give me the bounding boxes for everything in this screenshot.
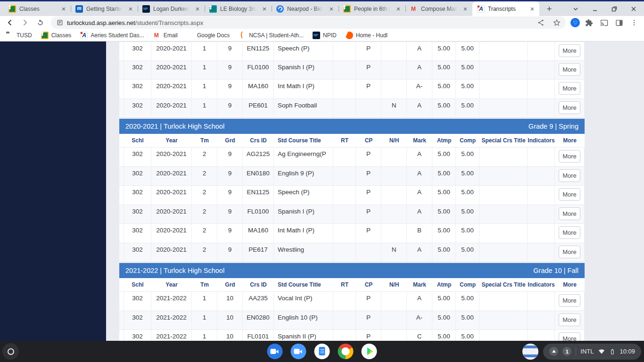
browser-tab[interactable]: Getting Started at (71, 1, 138, 16)
more-button[interactable]: More (559, 150, 580, 163)
status-area[interactable]: 1 INTL 10:09 (543, 344, 641, 360)
browser-tab[interactable]: Transcripts (472, 1, 539, 16)
browser-tab[interactable]: Logan Durkee (138, 1, 205, 16)
table-cell: A (407, 61, 432, 80)
tab-search-chevron-icon[interactable] (572, 5, 579, 13)
table-cell: 9 (217, 243, 243, 263)
browser-tab[interactable]: LE Biology 3rd 202 (205, 1, 272, 16)
cast-icon[interactable] (598, 17, 610, 28)
screenshot-thumbnail[interactable] (522, 344, 538, 360)
bookmark-item[interactable]: Google Docs (187, 32, 230, 39)
browser-tab[interactable]: Nearpod - Bio Spe (272, 1, 339, 16)
bookmark-star-icon[interactable] (551, 17, 563, 28)
more-button[interactable]: More (559, 44, 580, 57)
table-cell (528, 311, 555, 330)
bookmark-item[interactable]: Classes (41, 32, 72, 39)
tab-close-icon[interactable] (395, 5, 402, 13)
table-cell: 2 (192, 205, 217, 224)
address-bar[interactable]: turlockusd.asp.aeries.net/student/Transc… (51, 16, 566, 29)
more-button[interactable]: More (559, 169, 580, 182)
url-text[interactable]: turlockusd.asp.aeries.net/student/Transc… (67, 19, 203, 26)
table-cell: More (555, 61, 585, 80)
notification-count-badge[interactable]: 1 (562, 347, 571, 356)
tab-close-icon[interactable] (194, 5, 201, 13)
side-panel-icon[interactable] (613, 17, 625, 28)
share-icon[interactable] (535, 17, 547, 28)
table-cell (333, 330, 356, 341)
more-button[interactable]: More (559, 246, 580, 258)
table-cell: 9 (217, 148, 243, 167)
bookmark-item[interactable]: Home - Hudl (346, 32, 388, 39)
tray-expand-icon[interactable] (549, 347, 558, 356)
new-tab-button[interactable] (543, 3, 555, 15)
chrome-app-icon[interactable] (338, 344, 354, 359)
table-cell: AA235 (243, 292, 274, 311)
table-cell (528, 80, 555, 99)
transcript-row: 3022020-202119FL0100Spanish I (P)PA5.005… (119, 61, 585, 80)
aeries-icon (477, 5, 485, 13)
back-icon[interactable] (4, 17, 16, 28)
meet-app-icon[interactable] (267, 344, 283, 359)
table-cell (528, 167, 555, 186)
reload-icon[interactable] (34, 17, 46, 28)
tab-close-icon[interactable] (462, 5, 469, 13)
more-button[interactable]: More (559, 294, 580, 307)
zoom-app-icon[interactable] (291, 344, 306, 359)
browser-tab[interactable]: Compose Mail - lo (405, 1, 472, 16)
tab-close-icon[interactable] (328, 5, 335, 13)
extensions-puzzle-icon[interactable] (583, 17, 595, 28)
more-button[interactable]: More (559, 313, 580, 326)
tab-close-icon[interactable] (261, 5, 268, 13)
table-cell (479, 330, 528, 341)
bookmark-item[interactable]: Email (153, 32, 178, 39)
table-cell: 302 (124, 243, 151, 263)
more-button[interactable]: More (559, 226, 580, 239)
bookmark-item[interactable]: TUSD (6, 32, 32, 39)
restore-window-icon[interactable] (611, 5, 618, 13)
browser-tab[interactable]: Classes (4, 1, 71, 16)
transcript-row: 3022020-202119PE601Soph FootballNA5.005.… (119, 99, 585, 118)
npid-icon (142, 5, 150, 13)
table-cell: Schl (124, 278, 151, 292)
site-info-icon[interactable] (57, 19, 63, 26)
table-cell (356, 243, 381, 263)
bookmark-item[interactable]: NPID (313, 32, 337, 39)
table-cell: Indicators (528, 134, 555, 148)
more-button[interactable]: More (559, 188, 580, 201)
more-button[interactable]: More (559, 101, 580, 114)
table-cell: 302 (124, 330, 151, 341)
table-cell: 302 (124, 42, 151, 61)
table-cell: 302 (124, 80, 151, 99)
table-cell: PE617 (243, 243, 274, 263)
table-cell (333, 80, 356, 99)
more-button[interactable]: More (559, 63, 580, 76)
close-window-icon[interactable] (630, 5, 637, 13)
extension-badge-icon[interactable] (570, 18, 580, 27)
forward-icon[interactable] (19, 17, 31, 28)
table-cell: P (356, 61, 381, 80)
table-cell: EN1125 (243, 42, 274, 61)
bookmarks-bar: TUSDClassesAeries Student Das...EmailGoo… (0, 29, 644, 41)
more-button[interactable]: More (559, 207, 580, 220)
browser-tab[interactable]: People in 6th Peri (339, 1, 405, 16)
classroom-green-icon (8, 5, 16, 13)
tab-close-icon[interactable] (528, 5, 536, 13)
play-app-icon[interactable] (362, 344, 377, 359)
table-cell (381, 42, 407, 61)
table-cell: 1 (192, 330, 217, 341)
bookmark-item[interactable]: Aeries Student Das... (80, 32, 144, 39)
bookmark-item[interactable]: NCSA | Student-Ath... (239, 32, 304, 39)
more-button[interactable]: More (559, 82, 580, 95)
table-cell: P (356, 224, 381, 243)
minimize-window-icon[interactable] (591, 5, 599, 13)
more-button[interactable]: More (559, 332, 580, 341)
table-cell (381, 148, 407, 167)
docs-app-icon[interactable] (314, 344, 330, 359)
table-cell: RT (333, 134, 356, 148)
table-cell: Special Crs Title (479, 278, 528, 292)
table-cell: Mark (407, 134, 432, 148)
tab-close-icon[interactable] (60, 5, 67, 13)
tab-close-icon[interactable] (127, 5, 134, 13)
launcher-button[interactable] (2, 343, 19, 360)
browser-menu-kebab-icon[interactable] (628, 17, 640, 28)
